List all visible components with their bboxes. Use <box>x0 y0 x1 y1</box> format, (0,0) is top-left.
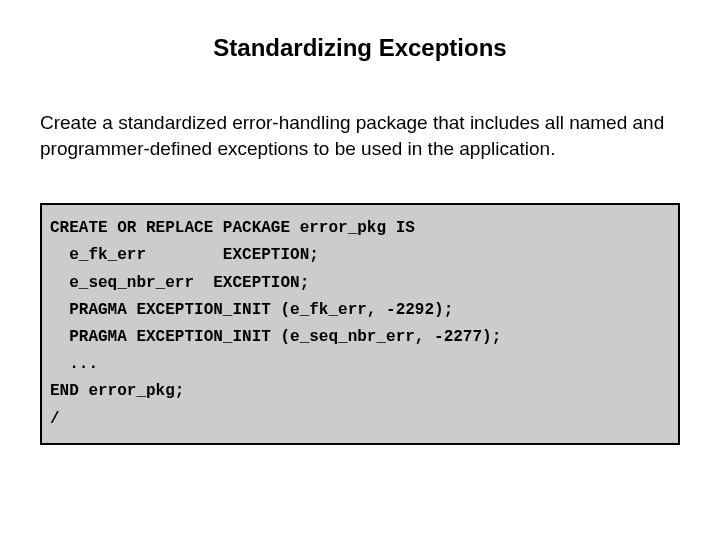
page-title: Standardizing Exceptions <box>40 34 680 62</box>
description-text: Create a standardized error-handling pac… <box>40 110 680 161</box>
code-block: CREATE OR REPLACE PACKAGE error_pkg IS e… <box>40 203 680 445</box>
